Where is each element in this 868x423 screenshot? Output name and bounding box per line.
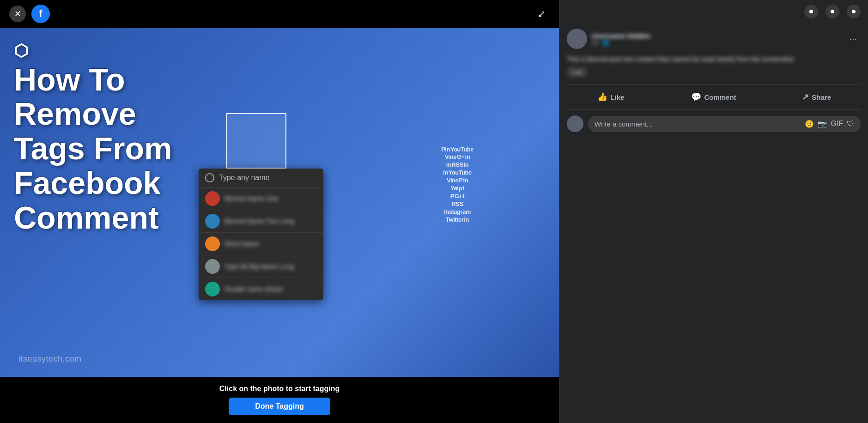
title-line1: How To xyxy=(14,62,125,97)
expand-button[interactable]: ⤢ xyxy=(533,6,550,22)
social-icons-text: Pin YouTube Vine G+ in in RSS in in YouT… xyxy=(441,146,473,224)
divider-2 xyxy=(567,109,861,110)
close-icon: ✕ xyxy=(14,9,21,19)
bottom-bar: Click on the photo to start tagging Done… xyxy=(0,377,559,423)
avatar xyxy=(205,214,220,229)
comment-label: Comment xyxy=(704,93,736,101)
comment-icons: 🙂 📷 GIF 🛡 xyxy=(805,120,854,128)
image-area[interactable]: ⬡ How To Remove Tags From Facebook Comme… xyxy=(0,28,559,377)
comment-button[interactable]: 💬 Comment xyxy=(662,88,765,106)
camera-icon[interactable]: 📷 xyxy=(818,120,827,128)
post-meta: Username Hidden 5d · 🌐 xyxy=(592,32,841,46)
title-line4: Facebook xyxy=(14,165,160,200)
done-tagging-button[interactable]: Done Tagging xyxy=(229,398,330,415)
search-icon xyxy=(205,173,214,182)
main-viewer: ✕ f ⤢ ⬡ How To Remove Tags From Facebook… xyxy=(0,0,559,423)
post-content: This is blurred post text content that c… xyxy=(559,54,868,82)
list-item[interactable]: Type Alt Big Name Long xyxy=(199,255,323,278)
like-label: Like xyxy=(610,93,624,101)
avatar xyxy=(205,282,220,296)
tag-search-row: Type any name xyxy=(199,169,323,187)
nav-dot-3[interactable] xyxy=(847,5,861,18)
expand-icon: ⤢ xyxy=(538,8,546,19)
like-button[interactable]: 👍 Like xyxy=(559,88,662,106)
avatar xyxy=(205,259,220,274)
tag-search-placeholder: Type any name xyxy=(219,174,269,182)
nav-dot-inner xyxy=(831,10,834,13)
title-icon: ⬡ xyxy=(14,42,172,60)
blog-url: itseasytech.com xyxy=(18,354,82,364)
list-item[interactable]: Blurred Name Two Long xyxy=(199,210,323,233)
suggestion-name: Double name shown xyxy=(225,285,284,293)
social-figure: Pin YouTube Vine G+ in in RSS in in YouT… xyxy=(411,65,504,305)
top-bar-left: ✕ f xyxy=(9,5,50,23)
suggestion-name: Blurred Name One xyxy=(225,195,279,202)
post-link: Link xyxy=(567,67,587,78)
gif-icon[interactable]: GIF xyxy=(831,120,843,128)
image-title: ⬡ How To Remove Tags From Facebook Comme… xyxy=(14,42,172,235)
tag-selection-box[interactable] xyxy=(226,113,286,169)
suggestion-name: Blurred Name Two Long xyxy=(225,218,294,225)
title-line2: Remove xyxy=(14,96,136,131)
divider xyxy=(567,84,861,85)
sticker-icon[interactable]: 🛡 xyxy=(847,120,854,128)
action-bar: 👍 Like 💬 Comment ↗ Share xyxy=(559,86,868,108)
avatar xyxy=(205,191,220,206)
comment-avatar xyxy=(567,115,583,132)
nav-dot-1[interactable] xyxy=(804,5,818,18)
tag-dropdown[interactable]: Type any name Blurred Name One Blurred N… xyxy=(199,169,323,300)
thumbs-up-icon: 👍 xyxy=(597,92,607,102)
title-line5: Comment xyxy=(14,200,159,235)
share-button[interactable]: ↗ Share xyxy=(765,88,868,106)
post-author-name: Username Hidden xyxy=(592,32,841,40)
tagging-hint: Click on the photo to start tagging xyxy=(219,385,340,393)
comment-input-wrapper[interactable]: Write a comment... 🙂 📷 GIF 🛡 xyxy=(588,116,861,132)
list-item[interactable]: Blurred Name One xyxy=(199,187,323,210)
avatar xyxy=(567,29,587,49)
nav-dot-inner xyxy=(852,10,856,13)
post-text: This is blurred post text content that c… xyxy=(567,54,861,64)
emoji-icon[interactable]: 🙂 xyxy=(805,120,814,128)
suggestion-name: Type Alt Big Name Long xyxy=(225,263,294,270)
facebook-logo: f xyxy=(31,5,50,23)
comment-icon: 💬 xyxy=(691,92,701,102)
suggestion-name: Short Name xyxy=(225,240,259,248)
post-time: 5d · 🌐 xyxy=(592,40,841,46)
comment-input[interactable]: Write a comment... xyxy=(595,120,801,128)
nav-dot-2[interactable] xyxy=(826,5,839,18)
sidebar-topbar xyxy=(559,0,868,23)
list-item[interactable]: Short Name xyxy=(199,233,323,255)
top-bar: ✕ f ⤢ xyxy=(0,0,559,28)
nav-dot-inner xyxy=(809,10,813,13)
close-button[interactable]: ✕ xyxy=(9,6,26,22)
share-icon: ↗ xyxy=(802,92,809,102)
avatar xyxy=(205,236,220,251)
more-options-button[interactable]: ··· xyxy=(845,32,861,46)
post-header: Username Hidden 5d · 🌐 ··· xyxy=(559,23,868,54)
list-item[interactable]: Double name shown xyxy=(199,278,323,300)
comment-area: Write a comment... 🙂 📷 GIF 🛡 xyxy=(559,112,868,136)
sidebar: Username Hidden 5d · 🌐 ··· This is blurr… xyxy=(559,0,868,423)
title-line3: Tags From xyxy=(14,131,172,166)
share-label: Share xyxy=(812,93,831,101)
